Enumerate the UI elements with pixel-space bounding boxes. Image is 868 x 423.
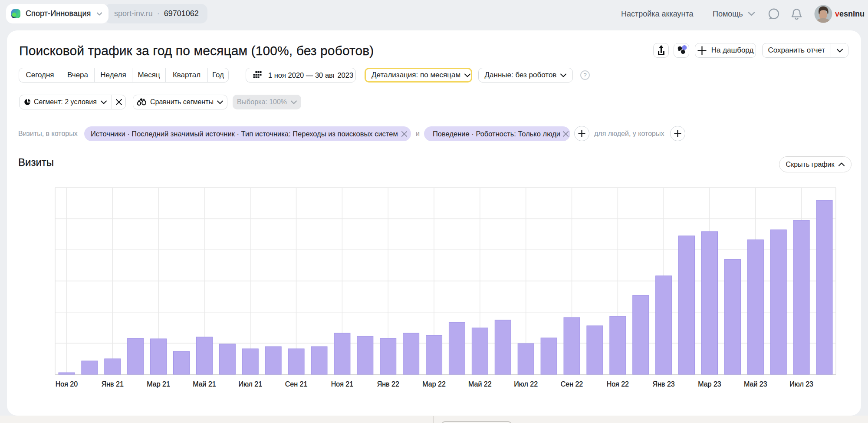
svg-text:Мар 21: Мар 21 xyxy=(147,380,170,388)
svg-text:Июл 21: Июл 21 xyxy=(238,380,262,388)
svg-text:Июл 23: Июл 23 xyxy=(789,380,813,388)
svg-text:Май 23: Май 23 xyxy=(744,380,767,388)
svg-text:Ноя 21: Ноя 21 xyxy=(331,380,353,388)
svg-text:Сен 21: Сен 21 xyxy=(285,380,308,388)
svg-text:Май 21: Май 21 xyxy=(193,380,216,388)
svg-text:Мар 22: Мар 22 xyxy=(422,380,446,388)
svg-text:Янв 23: Янв 23 xyxy=(653,380,675,388)
svg-text:Янв 22: Янв 22 xyxy=(377,380,399,388)
svg-text:Июл 22: Июл 22 xyxy=(514,380,538,388)
svg-text:Ноя 20: Ноя 20 xyxy=(56,380,78,388)
svg-text:Мар 23: Мар 23 xyxy=(698,380,721,388)
svg-text:Май 22: Май 22 xyxy=(468,380,492,388)
svg-text:Сен 22: Сен 22 xyxy=(561,380,583,388)
svg-text:Ноя 22: Ноя 22 xyxy=(607,380,629,388)
svg-text:Янв 21: Янв 21 xyxy=(102,380,124,388)
